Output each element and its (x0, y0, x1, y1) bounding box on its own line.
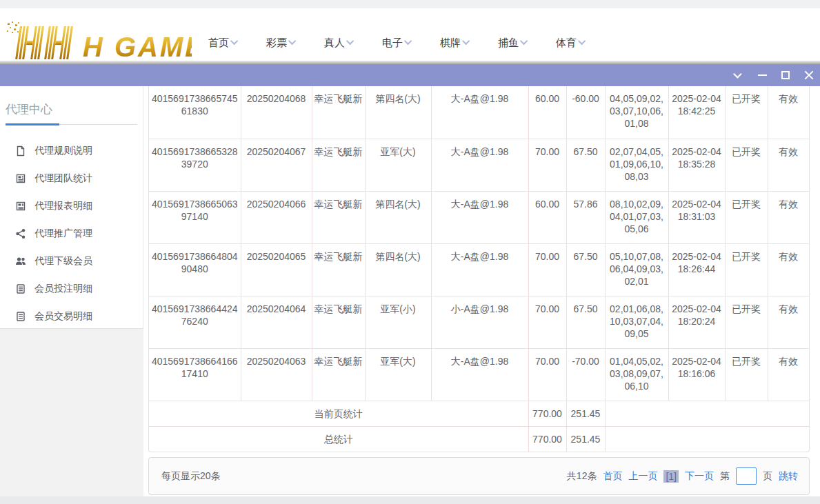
table-row: 40156917386657456183020250204068幸运飞艇新第四名… (149, 86, 809, 139)
cell-order-id: 401569173866416617410 (149, 348, 241, 401)
cell-status: 已开奖 (725, 348, 768, 401)
sidebar-item[interactable]: 会员交易明细 (0, 303, 143, 330)
table-row: 40156917386650639714020250204066幸运飞艇新第四名… (149, 191, 809, 243)
cell-time: 2025-02-04 18:16:06 (668, 348, 725, 401)
nav-item-label: 体育 (556, 37, 577, 50)
total-count-text: 共12条 (567, 470, 597, 483)
maximize-icon[interactable] (779, 68, 792, 82)
jump-prefix-label: 第 (720, 470, 730, 483)
table-row: 40156917386641661741020250204063幸运飞艇新亚军(… (149, 348, 809, 401)
logo-wordmark: H GAME (83, 32, 192, 62)
nav-item[interactable]: 棋牌 (440, 37, 470, 50)
nav-item-label: 棋牌 (440, 37, 461, 50)
close-icon[interactable] (802, 68, 816, 82)
cell-play: 大-A盘@1.98 (431, 139, 528, 191)
cell-play: 大-A盘@1.98 (431, 191, 528, 243)
page-number-input[interactable] (736, 467, 757, 485)
cell-issue: 20250204068 (241, 86, 312, 139)
sidebar-item-label: 代理报表明细 (34, 200, 92, 212)
first-page-link[interactable]: 首页 (603, 470, 622, 483)
cell-valid: 有效 (768, 86, 809, 139)
cell-amount: 60.00 (528, 86, 566, 139)
summary-empty (605, 426, 809, 452)
list-icon (15, 283, 26, 294)
cell-status: 已开奖 (725, 86, 768, 139)
table-row: 40156917386644247624020250204064幸运飞艇新亚军(… (149, 296, 809, 348)
cell-time: 2025-02-04 18:31:03 (668, 191, 725, 243)
logo-hh-mark (15, 26, 73, 59)
cell-bet: 亚军(小) (365, 296, 431, 348)
nav-item[interactable]: 电子 (382, 37, 412, 50)
chevron-down-icon (346, 37, 354, 44)
sidebar-item[interactable]: 代理团队统计 (0, 165, 143, 192)
cell-time: 2025-02-04 18:26:44 (668, 243, 725, 296)
cell-time: 2025-02-04 18:35:28 (668, 139, 725, 191)
sidebar-item-label: 会员交易明细 (34, 310, 92, 323)
cell-play: 大-A盘@1.98 (431, 348, 528, 401)
summary-empty (605, 401, 809, 426)
nav-item-label: 电子 (382, 37, 403, 50)
sidebar-item-label: 代理规则说明 (34, 145, 92, 157)
sidebar-title: 代理中心 (6, 101, 143, 117)
cell-result: 01,04,05,02,03,08,09,07,06,10 (605, 348, 668, 401)
nav-item[interactable]: 捕鱼 (498, 37, 528, 50)
file-icon (15, 145, 26, 157)
nav-item-label: 捕鱼 (498, 37, 519, 50)
summary-label: 当前页统计 (149, 401, 528, 426)
logo: H GAME (6, 21, 192, 65)
share-icon (15, 228, 26, 239)
cell-status: 已开奖 (725, 296, 768, 348)
table-row: 40156917386653283972020250204067幸运飞艇新亚军(… (149, 139, 809, 191)
cell-play: 大-A盘@1.98 (431, 86, 528, 139)
cell-amount: 70.00 (528, 139, 566, 191)
summary-amount: 770.00 (528, 401, 566, 426)
cell-amount: 70.00 (528, 348, 566, 401)
cell-order-id: 401569173866532839720 (149, 139, 241, 191)
cell-time: 2025-02-04 18:20:24 (668, 296, 725, 348)
next-page-link[interactable]: 下一页 (685, 470, 714, 483)
cell-valid: 有效 (768, 191, 809, 243)
sidebar-item[interactable]: 代理报表明细 (0, 192, 143, 220)
list-icon (15, 311, 26, 322)
prev-page-link[interactable]: 上一页 (628, 470, 657, 483)
current-page-badge[interactable]: [1] (663, 470, 679, 483)
chevron-down-icon (578, 37, 586, 44)
nav-item-label: 真人 (324, 37, 345, 50)
logo-graphic: H GAME (6, 21, 192, 65)
sidebar-item-label: 代理下级会员 (34, 255, 92, 268)
minimize-icon[interactable] (755, 68, 769, 82)
sidebar-item[interactable]: 代理规则说明 (0, 137, 143, 165)
bottom-strip (0, 496, 820, 504)
cell-status: 已开奖 (725, 243, 768, 296)
cell-amount: 70.00 (528, 243, 566, 296)
jump-suffix-label: 页 (763, 470, 772, 483)
nav-item[interactable]: 彩票 (266, 37, 296, 50)
cell-status: 已开奖 (725, 139, 768, 191)
collapse-chevron-icon[interactable] (732, 68, 746, 82)
nav-item-label: 首页 (208, 37, 229, 50)
cell-order-id: 401569173866574561830 (149, 86, 241, 139)
sidebar-item[interactable]: 代理下级会员 (0, 248, 143, 275)
chevron-down-icon (404, 37, 412, 44)
sidebar-item[interactable]: 代理推广管理 (0, 220, 143, 248)
jump-button[interactable]: 跳转 (779, 470, 798, 483)
nav-item[interactable]: 首页 (208, 37, 238, 50)
pagination-bar: 每页显示20条 共12条 首页 上一页 [1] 下一页 第 页 跳转 (148, 457, 810, 495)
sidebar-item[interactable]: 会员投注明细 (0, 275, 143, 303)
chevron-down-icon (230, 37, 238, 44)
cell-order-id: 401569173866480490480 (149, 243, 241, 296)
summary-row: 当前页统计770.00251.45 (149, 401, 809, 426)
sidebar-menu: 代理规则说明代理团队统计代理报表明细代理推广管理代理下级会员会员投注明细会员交易… (0, 137, 143, 330)
cell-valid: 有效 (768, 348, 809, 401)
nav-item[interactable]: 体育 (556, 37, 586, 50)
nav-item[interactable]: 真人 (324, 37, 354, 50)
page-size-text: 每页显示20条 (161, 470, 221, 483)
cell-win-loss: 67.50 (566, 243, 605, 296)
cell-amount: 60.00 (528, 191, 566, 243)
cell-result: 02,01,06,08,10,03,07,04,09,05 (605, 296, 668, 348)
cell-valid: 有效 (768, 139, 809, 191)
titlebar (0, 64, 820, 86)
cell-amount: 70.00 (528, 296, 566, 348)
nav-item-label: 彩票 (266, 37, 287, 50)
bet-table-panel: 40156917386657456183020250204068幸运飞艇新第四名… (148, 86, 810, 452)
